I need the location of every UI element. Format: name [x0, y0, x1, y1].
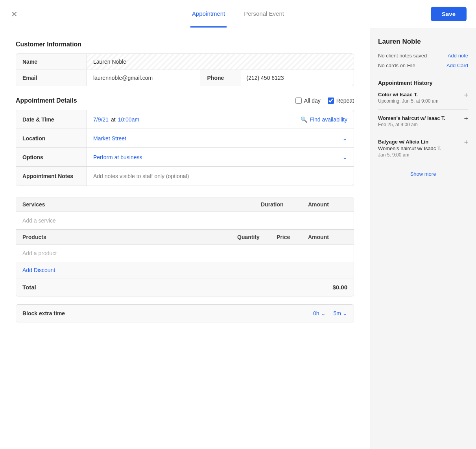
client-name: Lauren Noble: [378, 38, 468, 46]
services-header: Services Duration Amount: [16, 197, 354, 212]
location-row: Location Market Street ⌄: [16, 129, 354, 148]
products-col-header: Products: [22, 234, 237, 240]
time-value[interactable]: 10:00am: [118, 116, 139, 123]
location-label: Location: [16, 129, 87, 147]
left-panel: Customer Information Name Lauren Noble E…: [0, 28, 370, 449]
tab-bar: Appointment Personal Event: [190, 1, 286, 28]
appointment-details-title: Appointment Details: [16, 97, 77, 104]
location-value-cell: Market Street ⌄: [87, 130, 354, 147]
name-label: Name: [16, 54, 87, 70]
options-row: Options Perform at business ⌄: [16, 148, 354, 167]
add-note-link[interactable]: Add note: [448, 53, 468, 59]
history-item-3: Balyage w/ Alicia Lin Women's haircut w/…: [378, 139, 468, 163]
notes-value-cell: [87, 168, 354, 184]
amount-col-header: Amount: [308, 201, 347, 208]
amount2-col-header: Amount: [308, 234, 347, 240]
history-item-2-title: Women's haircut w/ Isaac T.: [378, 115, 445, 121]
block-extra-time-table: Block extra time 0h ⌄ 5m ⌄: [16, 304, 354, 322]
appointment-details-header: Appointment Details All day Repeat: [16, 97, 354, 104]
checkboxes-group: All day Repeat: [295, 98, 354, 104]
discount-row: Add Discount: [16, 262, 354, 278]
tab-appointment[interactable]: Appointment: [190, 1, 227, 28]
notes-row: Appointment Notes: [16, 167, 354, 186]
history-item-2: Women's haircut w/ Isaac T. Feb 25, at 9…: [378, 115, 468, 133]
date-time-value: 7/9/21 at 10:00am 🔍 Find availability: [87, 112, 354, 127]
services-products-table: Services Duration Amount Add a service P…: [16, 197, 354, 296]
total-label: Total: [22, 284, 36, 291]
total-row: Total $0.00: [16, 278, 354, 296]
phone-label: Phone: [201, 70, 240, 86]
repeat-checkbox-group: Repeat: [328, 98, 354, 104]
no-cards-label: No cards on File: [378, 63, 415, 68]
divider: [378, 74, 468, 74]
save-button[interactable]: Save: [431, 7, 467, 21]
email-label: Email: [16, 70, 87, 86]
options-dropdown-icon[interactable]: ⌄: [342, 153, 347, 161]
email-value: laurennoble@gmail.com: [87, 70, 201, 86]
find-availability-label: Find availability: [310, 116, 347, 123]
notes-label: Appointment Notes: [16, 167, 87, 186]
history-item-1-text: Color w/ Isaac T. Upcoming: Jun 5, at 9:…: [378, 92, 438, 104]
right-panel: Lauren Noble No client notes saved Add n…: [370, 28, 476, 449]
date-value[interactable]: 7/9/21: [93, 116, 109, 123]
no-notes-label: No client notes saved: [378, 53, 427, 59]
repeat-checkbox[interactable]: [328, 98, 334, 104]
cards-row: No cards on File Add Card: [378, 63, 468, 68]
history-item-1-date: Upcoming: Jun 5, at 9:00 am: [378, 98, 438, 104]
show-more-link[interactable]: Show more: [378, 169, 468, 177]
history-item-2-plus[interactable]: +: [464, 115, 468, 122]
tab-personal-event[interactable]: Personal Event: [242, 1, 286, 28]
all-day-checkbox-group: All day: [295, 98, 321, 104]
add-card-link[interactable]: Add Card: [446, 63, 468, 68]
add-discount-btn[interactable]: Add Discount: [22, 267, 55, 273]
all-day-checkbox[interactable]: [295, 98, 302, 104]
options-label: Options: [16, 148, 87, 166]
block-time-label: Block extra time: [22, 310, 305, 317]
name-value: Lauren Noble: [87, 54, 354, 70]
add-product-row[interactable]: Add a product: [16, 245, 354, 262]
main-layout: Customer Information Name Lauren Noble E…: [0, 28, 476, 449]
history-item-1-title: Color w/ Isaac T.: [378, 92, 438, 98]
appointment-history-title: Appointment History: [378, 80, 468, 86]
hours-value: 0h: [313, 310, 319, 317]
history-item-3-title: Balyage w/ Alicia Lin: [378, 139, 441, 145]
minutes-chevron-icon: ⌄: [343, 310, 347, 317]
history-item-3-subtitle: Women's haircut w/ Isaac T.: [378, 145, 441, 151]
hours-chevron-icon: ⌄: [321, 310, 326, 317]
location-value: Market Street: [93, 135, 126, 142]
history-item-3-plus[interactable]: +: [464, 139, 468, 146]
history-item-1: Color w/ Isaac T. Upcoming: Jun 5, at 9:…: [378, 92, 468, 110]
client-notes-row: No client notes saved Add note: [378, 53, 468, 59]
date-time-row: Date & Time 7/9/21 at 10:00am 🔍 Find ava…: [16, 110, 354, 129]
price-col-header: Price: [277, 234, 308, 240]
options-value-cell: Perform at business ⌄: [87, 149, 354, 166]
hours-select[interactable]: 0h ⌄: [313, 310, 326, 317]
customer-info-title: Customer Information: [16, 41, 354, 48]
total-amount: $0.00: [332, 284, 347, 291]
block-time-row: Block extra time 0h ⌄ 5m ⌄: [16, 305, 354, 322]
find-availability-btn[interactable]: 🔍 Find availability: [301, 116, 347, 123]
services-col-header: Services: [22, 201, 261, 208]
history-item-2-date: Feb 25, at 9:00 am: [378, 122, 445, 127]
repeat-label: Repeat: [336, 98, 354, 104]
appointment-details-table: Date & Time 7/9/21 at 10:00am 🔍 Find ava…: [16, 110, 354, 186]
minutes-select[interactable]: 5m ⌄: [334, 310, 347, 317]
products-header: Products Quantity Price Amount: [16, 230, 354, 245]
date-time-label: Date & Time: [16, 110, 87, 129]
history-item-3-text: Balyage w/ Alicia Lin Women's haircut w/…: [378, 139, 441, 158]
close-button[interactable]: ✕: [9, 8, 19, 20]
email-phone-group: laurennoble@gmail.com Phone (212) 450 61…: [87, 70, 354, 86]
customer-info-table: Name Lauren Noble Email laurennoble@gmai…: [16, 53, 354, 86]
history-item-2-text: Women's haircut w/ Isaac T. Feb 25, at 9…: [378, 115, 445, 127]
history-item-3-date: Jan 5, 9:00 am: [378, 152, 441, 158]
email-row: Email laurennoble@gmail.com Phone (212) …: [16, 70, 354, 86]
app-header: ✕ Appointment Personal Event Save: [0, 0, 476, 28]
history-item-1-plus[interactable]: +: [464, 92, 468, 99]
name-row: Name Lauren Noble: [16, 54, 354, 70]
duration-col-header: Duration: [261, 201, 308, 208]
all-day-label: All day: [304, 98, 321, 104]
notes-input[interactable]: [93, 173, 347, 179]
add-service-row[interactable]: Add a service: [16, 212, 354, 230]
location-dropdown-icon[interactable]: ⌄: [342, 134, 347, 142]
minutes-value: 5m: [334, 310, 341, 317]
